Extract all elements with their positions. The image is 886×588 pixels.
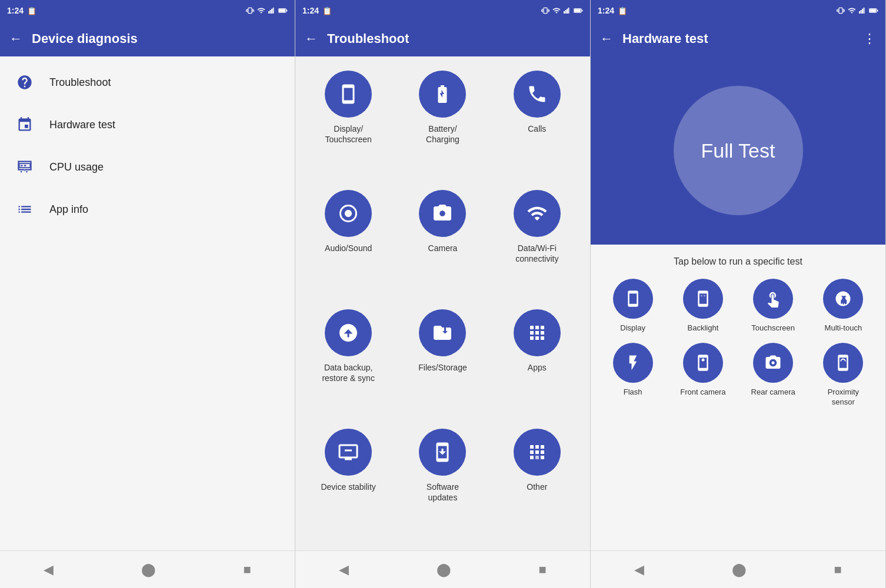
battery-icon-1 — [278, 7, 288, 14]
svg-rect-3 — [273, 8, 274, 14]
hw-item-proximity[interactable]: Proximitysensor — [811, 343, 876, 407]
menu-item-troubleshoot[interactable]: Troubleshoot — [0, 61, 295, 103]
audio-sound-icon — [325, 190, 372, 237]
svg-rect-25 — [870, 9, 876, 12]
vibrate-icon-2 — [541, 6, 549, 15]
grid-item-wifi[interactable]: Data/Wi-Ficonnectivity — [494, 190, 581, 298]
hw-item-flash[interactable]: Flash — [600, 343, 665, 407]
back-button-3[interactable]: ← — [600, 32, 613, 45]
hw-label-multitouch: Multi-touch — [825, 323, 862, 333]
svg-rect-13 — [568, 8, 569, 14]
grid-label-apps: Apps — [528, 362, 547, 373]
svg-rect-23 — [864, 8, 865, 14]
grid-item-calls[interactable]: Calls — [494, 71, 581, 178]
svg-rect-20 — [859, 11, 860, 14]
status-time-3: 1:24 — [598, 6, 614, 15]
hw-test-grid: Display Backlight Touchscreen Multi-touc… — [600, 279, 876, 407]
nav-back-1[interactable]: ◀ — [32, 557, 65, 582]
status-bar-1: 1:24 📋 — [0, 0, 295, 21]
menu-label-hardware-test: Hardware test — [49, 119, 115, 131]
menu-list: Troubleshoot Hardware test CPU usage App… — [0, 56, 295, 550]
svg-rect-10 — [564, 11, 565, 14]
nav-bar-1: ◀ ⬤ ■ — [0, 550, 295, 588]
camera-icon — [419, 190, 466, 237]
hw-item-display[interactable]: Display — [600, 279, 665, 333]
nav-back-3[interactable]: ◀ — [622, 557, 656, 582]
menu-item-cpu-usage[interactable]: CPU usage — [0, 146, 295, 188]
panel-troubleshoot: 1:24 📋 ← Troubleshoot — [295, 0, 591, 588]
nav-recent-2[interactable]: ■ — [527, 557, 558, 582]
grid-label-battery: Battery/Charging — [426, 123, 459, 145]
svg-rect-8 — [21, 165, 23, 166]
wifi-icon-1 — [257, 6, 265, 15]
grid-label-other: Other — [527, 482, 547, 492]
battery-icon-3 — [869, 7, 878, 14]
nav-home-2[interactable]: ⬤ — [425, 557, 463, 582]
app-title-3: Hardware test — [622, 31, 854, 46]
app-bar-3: ← Hardware test ⋮ — [591, 21, 885, 56]
hw-item-front-camera[interactable]: Front camera — [670, 343, 735, 407]
hw-rear-camera-icon — [753, 343, 793, 383]
files-storage-icon — [419, 309, 466, 356]
back-button-2[interactable]: ← — [305, 32, 318, 45]
troubleshoot-grid: Display/Touchscreen Battery/Charging Cal… — [295, 56, 590, 550]
cpu-usage-icon — [14, 156, 35, 178]
hw-label-display: Display — [620, 323, 645, 333]
display-touchscreen-icon — [325, 71, 372, 118]
signal-icon-2 — [564, 6, 571, 15]
grid-item-stability[interactable]: Device stability — [305, 429, 392, 536]
grid-item-display[interactable]: Display/Touchscreen — [305, 71, 392, 178]
svg-rect-1 — [270, 10, 271, 14]
nav-home-3[interactable]: ⬤ — [720, 557, 758, 582]
app-bar-2: ← Troubleshoot — [295, 21, 590, 56]
nav-recent-1[interactable]: ■ — [231, 557, 262, 582]
grid-item-backup[interactable]: Data backup,restore & sync — [305, 309, 392, 417]
signal-icon-3 — [859, 6, 866, 15]
grid-item-files[interactable]: Files/Storage — [399, 309, 486, 417]
menu-label-troubleshoot: Troubleshoot — [49, 76, 111, 89]
hardware-test-icon — [14, 114, 35, 135]
stability-icon — [325, 429, 372, 476]
nav-recent-3[interactable]: ■ — [822, 557, 853, 582]
svg-rect-26 — [877, 10, 878, 12]
grid-label-wifi: Data/Wi-Ficonnectivity — [515, 243, 558, 264]
nav-home-1[interactable]: ⬤ — [129, 557, 168, 582]
grid-item-battery[interactable]: Battery/Charging — [399, 71, 486, 178]
svg-rect-22 — [862, 9, 863, 14]
status-right-2 — [541, 6, 583, 15]
hw-item-rear-camera[interactable]: Rear camera — [741, 343, 806, 407]
tap-below-text: Tap below to run a specific test — [600, 256, 876, 267]
status-time-1: 1:24 — [7, 6, 24, 15]
grid-item-audio[interactable]: Audio/Sound — [305, 190, 392, 298]
hw-front-camera-icon — [683, 343, 723, 383]
hw-backlight-icon — [683, 279, 723, 319]
vibrate-icon-1 — [246, 6, 254, 15]
hw-item-multitouch[interactable]: Multi-touch — [811, 279, 876, 333]
svg-rect-2 — [271, 9, 272, 14]
back-button-1[interactable]: ← — [9, 32, 22, 45]
hw-item-touchscreen[interactable]: Touchscreen — [741, 279, 806, 333]
grid-label-stability: Device stability — [321, 482, 375, 492]
grid-label-audio: Audio/Sound — [325, 243, 372, 253]
svg-rect-15 — [574, 9, 581, 12]
more-options-button[interactable]: ⋮ — [863, 31, 876, 46]
nav-back-2[interactable]: ◀ — [327, 557, 361, 582]
menu-item-app-info[interactable]: App info — [0, 188, 295, 230]
hw-proximity-icon — [823, 343, 863, 383]
grid-item-other[interactable]: Other — [494, 429, 581, 536]
grid-item-camera[interactable]: Camera — [399, 190, 486, 298]
full-test-button[interactable]: Full Test — [674, 86, 803, 215]
panel-device-diagnosis: 1:24 📋 ← Device diagnosis — [0, 0, 295, 588]
hw-item-backlight[interactable]: Backlight — [670, 279, 735, 333]
app-title-2: Troubleshoot — [327, 31, 581, 46]
menu-item-hardware-test[interactable]: Hardware test — [0, 103, 295, 146]
notification-icon-2: 📋 — [322, 6, 332, 15]
svg-rect-9 — [24, 165, 26, 166]
grid-label-backup: Data backup,restore & sync — [322, 362, 374, 383]
hw-blue-section: Full Test — [591, 56, 885, 245]
software-updates-icon — [419, 429, 466, 476]
calls-icon — [514, 71, 561, 118]
svg-point-28 — [772, 361, 775, 364]
grid-item-software[interactable]: Softwareupdates — [399, 429, 486, 536]
grid-item-apps[interactable]: Apps — [494, 309, 581, 417]
